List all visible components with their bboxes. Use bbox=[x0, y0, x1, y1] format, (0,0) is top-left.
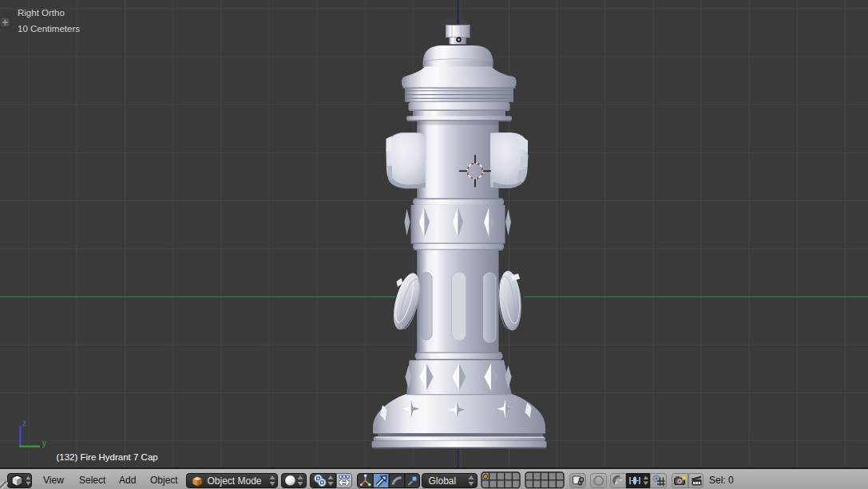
svg-text:Right Ortho: Right Ortho bbox=[18, 8, 65, 18]
svg-text:y: y bbox=[42, 439, 46, 448]
svg-text:10 Centimeters: 10 Centimeters bbox=[18, 24, 80, 34]
svg-text:(132) Fire Hydrant 7 Cap: (132) Fire Hydrant 7 Cap bbox=[57, 452, 158, 462]
svg-text:z: z bbox=[22, 419, 26, 428]
